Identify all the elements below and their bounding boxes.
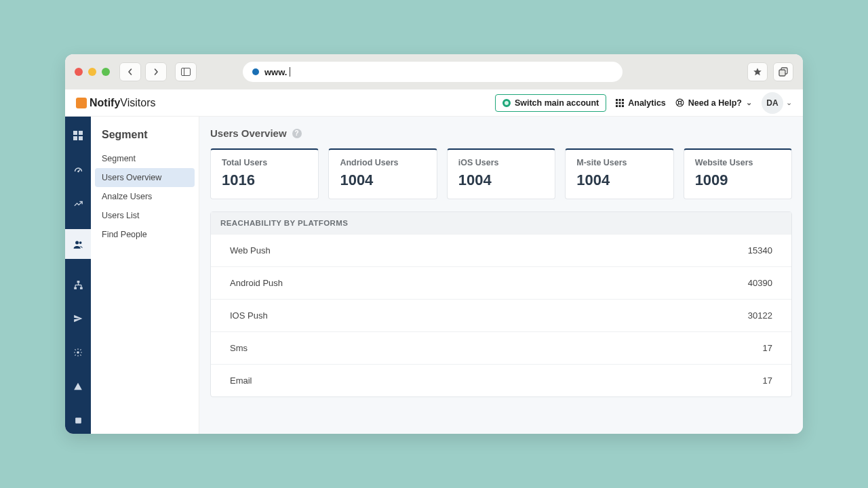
stat-label: iOS Users: [458, 158, 544, 167]
rail-gauge-icon[interactable]: [65, 161, 91, 178]
sidebar-item-label: Segment: [102, 154, 136, 163]
window-close-icon[interactable]: [75, 68, 83, 76]
help-link[interactable]: Need a Help? ⌄: [675, 98, 752, 108]
svg-rect-21: [73, 136, 77, 140]
sidebar-item-label: Find People: [102, 230, 147, 239]
nav-rail: [65, 117, 91, 434]
chevron-down-icon[interactable]: ⌄: [786, 98, 792, 107]
svg-rect-35: [75, 418, 81, 424]
target-icon: [502, 99, 511, 107]
reach-name: Sms: [230, 343, 248, 353]
svg-rect-9: [622, 102, 624, 104]
reach-value: 17: [763, 343, 772, 353]
chevron-down-icon: ⌄: [746, 98, 752, 107]
svg-line-18: [681, 104, 682, 105]
reach-name: Android Push: [230, 278, 283, 288]
nav-back-button[interactable]: [119, 62, 141, 81]
logo-mark-icon: [76, 98, 87, 108]
rail-alert-icon[interactable]: [65, 378, 91, 394]
rail-send-icon[interactable]: [65, 310, 91, 327]
sidebar-item-segment[interactable]: Segment: [91, 149, 199, 168]
svg-point-25: [75, 241, 79, 244]
page-title: Users Overview ?: [210, 127, 792, 139]
reach-row-iospush: IOS Push 30122: [211, 299, 791, 331]
reach-name: Email: [230, 375, 252, 386]
svg-point-26: [79, 241, 81, 244]
stat-value: 1009: [695, 171, 781, 189]
svg-rect-27: [77, 281, 79, 283]
sidebar-item-find-people[interactable]: Find People: [91, 225, 199, 244]
avatar[interactable]: DA: [762, 92, 783, 114]
page-title-text: Users Overview: [210, 127, 287, 139]
stat-label: Andriod Users: [340, 158, 425, 167]
svg-rect-28: [74, 287, 77, 289]
switch-account-label: Switch main account: [515, 98, 599, 108]
window-minimize-icon[interactable]: [88, 68, 96, 76]
app-header: NotifyVisitors Switch main account Analy…: [65, 89, 803, 117]
site-identity-icon: [252, 68, 259, 75]
avatar-initials: DA: [766, 98, 778, 108]
sidebar-item-label: Users List: [102, 211, 140, 220]
rail-sitemap-icon[interactable]: [65, 277, 91, 293]
sidebar-toggle-button[interactable]: [175, 62, 197, 81]
help-icon[interactable]: ?: [292, 129, 302, 138]
stat-card-website-users: Website Users 1009: [684, 148, 792, 199]
switch-account-button[interactable]: Switch main account: [495, 94, 606, 112]
stat-card-android-users: Andriod Users 1004: [328, 148, 437, 199]
rail-settings-icon[interactable]: [65, 344, 91, 361]
sidebar-item-analyze-users[interactable]: Analze Users: [91, 187, 199, 206]
reach-value: 30122: [748, 310, 772, 321]
text-cursor: [290, 67, 290, 77]
svg-rect-6: [622, 99, 624, 101]
stat-label: Website Users: [695, 158, 781, 167]
svg-rect-4: [616, 99, 618, 101]
svg-rect-0: [182, 68, 191, 76]
svg-line-16: [681, 100, 682, 102]
url-bar[interactable]: www.: [243, 62, 623, 82]
svg-rect-20: [79, 131, 83, 135]
side-panel: Segment Segment Users Overview Analze Us…: [91, 117, 199, 434]
svg-line-17: [677, 104, 679, 105]
rail-users-icon[interactable]: [65, 229, 91, 259]
copy-window-button[interactable]: [773, 62, 793, 81]
logo-text-rest: Visitors: [120, 97, 155, 108]
logo[interactable]: NotifyVisitors: [76, 97, 156, 109]
svg-rect-11: [619, 105, 621, 107]
browser-chrome: www.: [65, 54, 803, 89]
rail-archive-icon[interactable]: [65, 412, 91, 428]
nav-forward-button[interactable]: [145, 62, 167, 81]
svg-line-24: [78, 169, 80, 171]
reach-name: IOS Push: [230, 310, 268, 321]
analytics-link[interactable]: Analytics: [616, 98, 666, 108]
reach-name: Web Push: [230, 245, 271, 256]
sidebar-item-users-overview[interactable]: Users Overview: [95, 168, 195, 187]
reachability-card: REACHABILITY BY PLATFORMS Web Push 15340…: [210, 211, 792, 397]
window-maximize-icon[interactable]: [102, 68, 110, 76]
stat-label: M-site Users: [576, 158, 662, 167]
svg-rect-29: [80, 287, 83, 289]
main-content: Users Overview ? Total Users 1016 Andrio…: [199, 117, 803, 434]
rail-dashboard-icon[interactable]: [65, 127, 91, 144]
stat-card-ios-users: iOS Users 1004: [447, 148, 555, 199]
sidebar-item-label: Analze Users: [102, 192, 152, 201]
stat-value: 1004: [340, 171, 425, 189]
stat-card-total-users: Total Users 1016: [210, 148, 319, 199]
rail-chart-icon[interactable]: [65, 195, 91, 211]
analytics-label: Analytics: [628, 98, 666, 108]
grid-icon: [616, 99, 624, 107]
reach-row-email: Email 17: [211, 364, 791, 396]
url-text: www.: [264, 67, 287, 77]
stat-value: 1004: [458, 171, 544, 189]
reach-value: 15340: [748, 245, 772, 256]
side-panel-title: Segment: [91, 126, 199, 149]
traffic-lights: [75, 68, 110, 76]
bookmark-button[interactable]: [747, 62, 768, 81]
reach-row-androidpush: Android Push 40390: [211, 266, 791, 299]
svg-rect-19: [73, 131, 77, 135]
sidebar-item-users-list[interactable]: Users List: [91, 206, 199, 225]
svg-rect-3: [779, 70, 785, 76]
stat-value: 1004: [576, 171, 662, 189]
reach-row-webpush: Web Push 15340: [211, 234, 791, 266]
logo-text-bold: Notify: [90, 97, 120, 108]
stat-value: 1016: [222, 171, 307, 189]
